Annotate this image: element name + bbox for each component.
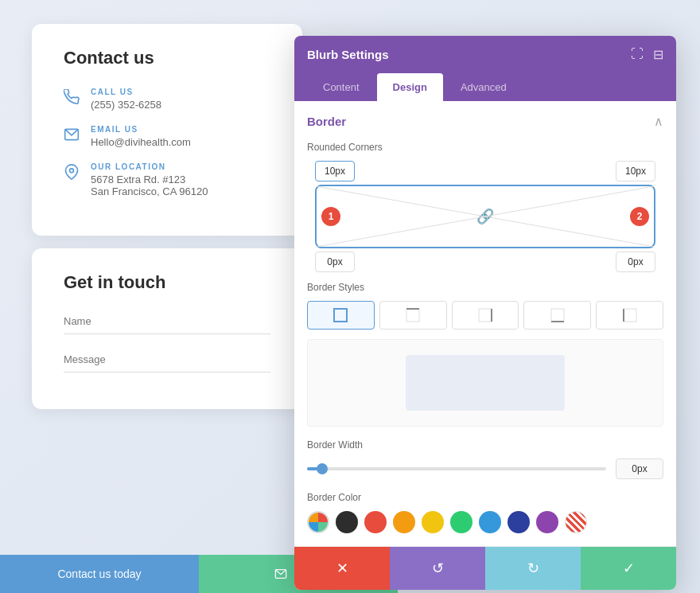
message-input[interactable] <box>64 347 270 373</box>
redo-button[interactable]: ↻ <box>485 547 581 590</box>
corner-top-right-input[interactable] <box>616 161 655 181</box>
location-value2: San Francisco, CA 96120 <box>91 185 208 197</box>
tab-advanced[interactable]: Advanced <box>445 73 523 101</box>
corner-badge-2: 2 <box>630 207 649 226</box>
corner-bottom-right-input[interactable] <box>616 252 655 272</box>
location-icon <box>64 164 80 180</box>
color-swatch-custom[interactable] <box>307 511 329 533</box>
border-right-icon <box>477 307 493 323</box>
action-bar: ✕ ↺ ↻ ✓ <box>294 546 676 590</box>
border-color-swatches <box>307 511 663 533</box>
cancel-button[interactable]: ✕ <box>294 547 390 590</box>
settings-panel: Blurb Settings ⛶ ⊟ Content Design Advanc… <box>294 36 676 590</box>
section-collapse-icon[interactable]: ∧ <box>654 114 663 129</box>
panel-header: Blurb Settings ⛶ ⊟ <box>294 36 676 73</box>
border-section-header: Border ∧ <box>307 114 663 129</box>
corners-control: 1 2 🔗 <box>307 161 663 272</box>
border-styles-label: Border Styles <box>307 282 663 293</box>
email-value: Hello@divihealth.com <box>91 136 191 148</box>
border-width-label: Border Width <box>307 439 663 451</box>
email-btn-icon <box>274 568 287 580</box>
contact-location-item: OUR LOCATION 5678 Extra Rd. #123 San Fra… <box>64 162 270 197</box>
corner-preview-lines <box>317 186 654 247</box>
border-width-slider-track[interactable] <box>307 467 606 470</box>
border-style-right[interactable] <box>452 301 519 330</box>
contact-us-button[interactable]: Contact us today <box>0 555 199 593</box>
color-swatch-yellow[interactable] <box>422 511 444 533</box>
border-bottom-icon <box>550 307 566 323</box>
tab-design[interactable]: Design <box>377 73 443 101</box>
border-left-icon <box>622 307 638 323</box>
svg-rect-6 <box>406 309 419 322</box>
border-preview-inner-box <box>406 355 565 411</box>
color-swatch-striped[interactable] <box>565 511 587 533</box>
location-label: OUR LOCATION <box>91 162 208 171</box>
svg-rect-10 <box>551 309 564 322</box>
border-styles-selector <box>307 301 663 330</box>
phone-label: CALL US <box>91 88 161 96</box>
fullscreen-icon[interactable]: ⛶ <box>631 47 644 62</box>
rounded-corners-label: Rounded Corners <box>307 142 663 153</box>
border-color-label: Border Color <box>307 492 663 503</box>
svg-rect-5 <box>334 309 347 322</box>
border-width-value-input[interactable] <box>616 458 663 479</box>
corner-top-left-input[interactable] <box>315 161 355 181</box>
border-all-icon <box>332 307 348 323</box>
save-button[interactable]: ✓ <box>581 547 676 590</box>
panel-body: Border ∧ Rounded Corners 1 2 🔗 <box>294 101 676 546</box>
border-style-bottom[interactable] <box>523 301 591 330</box>
svg-point-1 <box>70 169 74 173</box>
name-input[interactable] <box>64 309 270 334</box>
contact-info-card: Contact us CALL US (255) 352-6258 EMAIL … <box>32 24 302 236</box>
phone-value: (255) 352-6258 <box>91 99 161 111</box>
corners-bottom-inputs <box>315 252 655 272</box>
border-width-slider-row <box>307 458 663 479</box>
color-swatch-indigo[interactable] <box>508 511 530 533</box>
contact-form-card: Get in touch <box>32 248 302 409</box>
contact-phone-item: CALL US (255) 352-6258 <box>64 88 270 111</box>
border-style-preview <box>307 339 663 427</box>
form-title: Get in touch <box>64 272 270 293</box>
color-swatch-black[interactable] <box>336 511 358 533</box>
svg-rect-12 <box>624 309 636 322</box>
phone-icon <box>64 89 80 105</box>
panel-tabs: Content Design Advanced <box>294 73 676 101</box>
contact-email-item: EMAIL US Hello@divihealth.com <box>64 125 270 148</box>
color-swatch-purple[interactable] <box>536 511 558 533</box>
border-style-all[interactable] <box>307 301 375 330</box>
email-icon <box>64 127 80 142</box>
contact-title: Contact us <box>64 48 270 68</box>
border-top-icon <box>405 307 421 323</box>
panel-header-actions: ⛶ ⊟ <box>631 47 663 62</box>
undo-button[interactable]: ↺ <box>390 547 485 590</box>
panel-title: Blurb Settings <box>307 48 389 61</box>
color-swatch-red[interactable] <box>364 511 387 533</box>
border-section-title: Border <box>307 115 346 128</box>
corner-bottom-left-input[interactable] <box>315 252 355 272</box>
location-value: 5678 Extra Rd. #123 <box>91 174 208 185</box>
border-style-top[interactable] <box>379 301 447 330</box>
corner-preview-box: 🔗 <box>315 185 655 248</box>
split-icon[interactable]: ⊟ <box>653 47 663 62</box>
email-label: EMAIL US <box>91 125 191 134</box>
color-swatch-green[interactable] <box>450 511 472 533</box>
border-width-slider-thumb[interactable] <box>317 463 328 474</box>
border-style-left[interactable] <box>596 301 663 330</box>
color-swatch-blue[interactable] <box>479 511 501 533</box>
tab-content[interactable]: Content <box>307 73 375 101</box>
svg-rect-8 <box>479 309 492 322</box>
corner-badge-1: 1 <box>321 207 340 226</box>
color-swatch-orange[interactable] <box>393 511 415 533</box>
corners-top-inputs <box>315 161 655 181</box>
